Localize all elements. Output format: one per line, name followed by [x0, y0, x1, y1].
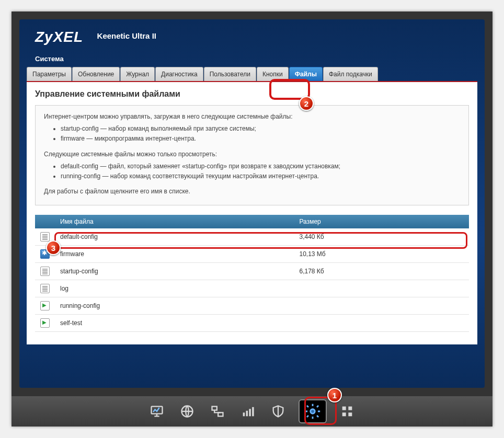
tab-4[interactable]: Пользователи: [204, 67, 256, 81]
col-icon: [35, 215, 55, 228]
file-size-cell: 10,13 Мб: [294, 246, 469, 263]
svg-rect-7: [252, 407, 254, 417]
gear-icon[interactable]: [299, 399, 327, 423]
svg-point-8: [311, 409, 315, 414]
annotation-marker-1: 1: [327, 388, 342, 402]
file-row-default-config[interactable]: default-config3,440 Кб: [35, 228, 469, 246]
info-p2: Следующие системные файлы можно только п…: [44, 149, 460, 159]
info-list2-item: default-config — файл, который заменяет …: [61, 162, 460, 171]
brand-logo: ZyXEL: [35, 29, 83, 45]
svg-rect-11: [342, 412, 346, 416]
tab-1[interactable]: Обновление: [72, 67, 120, 81]
run-file-icon: [40, 301, 50, 310]
doc-file-icon: [40, 284, 50, 293]
col-size-header: Размер: [294, 215, 469, 228]
page-heading: Управление системными файлами: [35, 89, 469, 99]
tab-6[interactable]: Файлы: [289, 67, 323, 81]
svg-rect-4: [243, 412, 245, 416]
network-icon[interactable]: [208, 403, 227, 420]
file-name-cell: log: [55, 280, 294, 297]
file-table: Имя файла Размер default-config3,440 Кбf…: [35, 215, 469, 332]
svg-rect-9: [342, 407, 346, 410]
dock-bar: [12, 396, 492, 427]
svg-rect-10: [348, 407, 352, 410]
file-name-cell: firmware: [55, 246, 294, 263]
file-icon: [35, 263, 55, 280]
file-row-startup-config[interactable]: startup-config6,178 Кб: [35, 263, 469, 280]
file-name-cell: default-config: [55, 228, 294, 246]
file-size-cell: 6,178 Кб: [294, 263, 469, 280]
file-size-cell: [294, 297, 469, 315]
wifi-icon[interactable]: [238, 403, 258, 420]
file-row-self-test[interactable]: self-test: [35, 315, 469, 332]
svg-rect-12: [348, 412, 352, 416]
info-list1-item: firmware — микропрограмма интернет-центр…: [61, 134, 460, 144]
file-name-cell: startup-config: [55, 263, 294, 280]
tab-2[interactable]: Журнал: [120, 67, 155, 81]
main-panel: ZyXEL Keenetic Ultra II Система Параметр…: [19, 19, 485, 388]
tab-3[interactable]: Диагностика: [155, 67, 203, 81]
file-name-cell: running-config: [55, 297, 294, 315]
svg-rect-0: [152, 407, 163, 414]
file-icon: [35, 297, 55, 315]
col-name-header: Имя файла: [55, 215, 294, 228]
file-name-cell: self-test: [55, 315, 294, 332]
section-title: Система: [19, 50, 485, 67]
svg-rect-5: [246, 411, 248, 417]
tab-0[interactable]: Параметры: [27, 67, 72, 81]
tab-5[interactable]: Кнопки: [257, 67, 289, 81]
monitor-icon[interactable]: [147, 403, 167, 420]
run-file-icon: [40, 318, 50, 328]
file-size-cell: [294, 315, 469, 332]
file-row-running-config[interactable]: running-config: [35, 297, 469, 315]
model-name: Keenetic Ultra II: [97, 31, 156, 40]
file-row-log[interactable]: log: [35, 280, 469, 297]
doc-file-icon: [40, 232, 50, 241]
file-row-firmware[interactable]: firmware10,13 Мб: [35, 246, 469, 263]
svg-rect-2: [212, 407, 217, 410]
tab-bar: ПараметрыОбновлениеЖурналДиагностикаПоль…: [27, 67, 477, 82]
shield-icon[interactable]: [268, 403, 288, 420]
file-icon: [35, 315, 55, 332]
file-size-cell: 3,440 Кб: [294, 228, 469, 246]
file-icon: [35, 280, 55, 297]
apps-icon[interactable]: [337, 403, 357, 420]
tab-7[interactable]: Файл подкачки: [323, 67, 378, 81]
file-size-cell: [294, 280, 469, 297]
header: ZyXEL Keenetic Ultra II: [19, 19, 485, 50]
annotation-marker-2: 2: [299, 96, 314, 111]
info-list2-item: running-config — набор команд соответств…: [61, 171, 460, 181]
app-frame: ZyXEL Keenetic Ultra II Система Параметр…: [12, 11, 492, 427]
content-area: Управление системными файлами Интернет-ц…: [27, 82, 477, 344]
globe-icon[interactable]: [177, 403, 197, 420]
info-p1: Интернет-центром можно управлять, загруж…: [44, 112, 460, 122]
info-box: Интернет-центром можно управлять, загруж…: [35, 105, 469, 205]
info-p3: Для работы с файлом щелкните его имя в с…: [44, 187, 460, 197]
info-list1-item: startup-config — набор команд выполняемы…: [61, 124, 460, 134]
svg-rect-6: [249, 409, 251, 416]
doc-file-icon: [40, 267, 50, 276]
annotation-marker-3: 3: [46, 240, 61, 255]
